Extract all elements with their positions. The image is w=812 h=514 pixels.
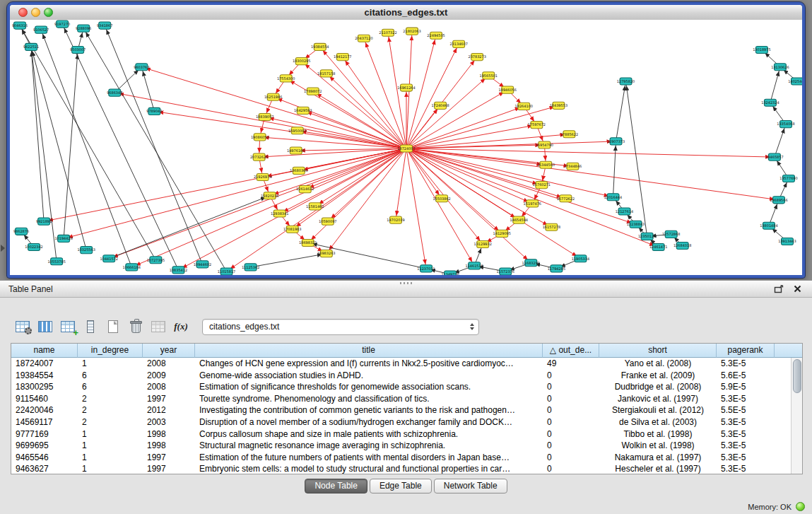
network-node[interactable]: 10553785 bbox=[47, 258, 65, 265]
row-height-icon-button[interactable] bbox=[79, 317, 102, 337]
network-node[interactable]: 11349726 bbox=[441, 271, 459, 275]
network-node[interactable]: 17554300 bbox=[277, 75, 295, 82]
network-node[interactable]: 19384554 bbox=[311, 43, 329, 50]
tab-network-table[interactable]: Network Table bbox=[434, 479, 507, 493]
network-node[interactable]: 9862876 bbox=[13, 228, 29, 235]
network-edge[interactable] bbox=[83, 28, 226, 271]
network-edge[interactable] bbox=[406, 141, 616, 148]
network-node[interactable]: 15760271 bbox=[533, 182, 551, 189]
network-node[interactable]: 11125362 bbox=[242, 264, 259, 271]
network-node[interactable]: 16251986 bbox=[264, 93, 282, 100]
network-node[interactable]: 16772622 bbox=[557, 195, 575, 202]
network-node[interactable]: 10590097 bbox=[319, 218, 336, 225]
network-edge[interactable] bbox=[31, 47, 57, 261]
network-edge[interactable] bbox=[364, 38, 406, 148]
network-node[interactable]: 10441572 bbox=[100, 255, 118, 262]
network-edge[interactable] bbox=[406, 76, 488, 148]
network-edge[interactable] bbox=[109, 148, 406, 259]
table-row[interactable]: 1872400712008Changes of HCN gene express… bbox=[11, 358, 802, 370]
network-edge[interactable] bbox=[313, 91, 406, 148]
network-edge[interactable] bbox=[260, 137, 406, 148]
network-edge[interactable] bbox=[328, 148, 406, 221]
network-node[interactable]: 9603763 bbox=[134, 64, 149, 71]
table-row[interactable]: 911546021997Tourette syndrome. Phenomeno… bbox=[11, 393, 802, 405]
float-panel-icon[interactable] bbox=[772, 284, 785, 295]
table-row[interactable]: 946362711997Embryonic stem cells: a mode… bbox=[11, 463, 802, 474]
network-edge[interactable] bbox=[406, 106, 524, 148]
network-node[interactable]: 19565501 bbox=[480, 72, 498, 79]
network-node[interactable]: 20437120 bbox=[355, 35, 372, 42]
network-edge[interactable] bbox=[343, 57, 406, 148]
table-options-icon-button[interactable] bbox=[11, 317, 34, 337]
network-edge[interactable] bbox=[64, 148, 406, 238]
network-node[interactable]: 18439553 bbox=[550, 102, 567, 109]
network-edge[interactable] bbox=[31, 47, 44, 221]
network-edge[interactable] bbox=[303, 110, 406, 148]
network-node[interactable]: 11794285 bbox=[548, 265, 565, 272]
column-header-year[interactable]: year bbox=[143, 344, 195, 358]
show-columns-icon-button[interactable] bbox=[34, 317, 57, 337]
merge-table-icon-button[interactable] bbox=[147, 317, 170, 337]
delete-table-icon-button[interactable] bbox=[124, 317, 147, 337]
network-edge[interactable] bbox=[406, 148, 565, 199]
network-node[interactable]: 12614612 bbox=[296, 186, 314, 193]
table-scrollbar-thumb[interactable] bbox=[793, 359, 801, 393]
network-node[interactable]: 13129932 bbox=[473, 240, 491, 247]
network-node[interactable]: 17597672 bbox=[528, 122, 546, 129]
network-node[interactable]: 9046316 bbox=[12, 22, 28, 29]
network-node[interactable]: 17240468 bbox=[431, 102, 449, 109]
network-node[interactable]: 9503007 bbox=[70, 46, 86, 53]
network-node[interactable]: 10835412 bbox=[170, 267, 187, 274]
network-node[interactable]: 17344846 bbox=[564, 163, 582, 170]
network-window[interactable]: citations_edges.txt 18724007193845541830… bbox=[7, 2, 805, 278]
network-node[interactable]: 15820236 bbox=[261, 192, 278, 199]
network-node[interactable]: 12350129 bbox=[638, 233, 656, 240]
network-edge[interactable] bbox=[406, 148, 775, 157]
panel-drag-handle[interactable] bbox=[400, 282, 413, 284]
network-node[interactable]: 13680366 bbox=[290, 167, 307, 174]
network-node[interactable]: 11461518 bbox=[465, 262, 483, 269]
network-edge[interactable] bbox=[775, 124, 786, 158]
network-edge[interactable] bbox=[109, 196, 269, 259]
network-node[interactable]: 19412177 bbox=[334, 54, 351, 61]
network-node[interactable]: 12572868 bbox=[662, 230, 680, 238]
network-edge[interactable] bbox=[406, 90, 507, 148]
network-node[interactable]: 18300295 bbox=[293, 58, 310, 65]
network-edge[interactable] bbox=[613, 141, 616, 197]
network-node[interactable]: 9341867 bbox=[97, 22, 112, 29]
network-edge[interactable] bbox=[141, 67, 154, 112]
network-node[interactable]: 9789043 bbox=[146, 107, 162, 115]
zoom-window-button[interactable] bbox=[44, 8, 53, 17]
network-node[interactable]: 12684318 bbox=[673, 242, 691, 249]
network-node[interactable]: 10022342 bbox=[25, 244, 42, 251]
network-node[interactable]: 15503862 bbox=[433, 195, 450, 202]
network-edge[interactable] bbox=[41, 30, 131, 267]
close-panel-icon[interactable] bbox=[791, 284, 804, 295]
network-node[interactable]: 17885622 bbox=[560, 131, 578, 138]
network-svg[interactable]: 1872400719384554183002951755430016251986… bbox=[10, 20, 802, 275]
network-node[interactable]: 21107322 bbox=[379, 29, 396, 36]
network-edge[interactable] bbox=[131, 148, 406, 267]
network-node[interactable]: 10727395 bbox=[147, 257, 165, 264]
network-node[interactable]: 12461471 bbox=[649, 244, 667, 251]
network-node[interactable]: 14702039 bbox=[387, 216, 404, 223]
network-node[interactable]: 11905334 bbox=[572, 255, 589, 262]
network-node[interactable]: 21802063 bbox=[403, 28, 420, 35]
table-row[interactable]: 969969511998Structural magnetic resonanc… bbox=[11, 440, 802, 452]
network-node[interactable]: 14129095 bbox=[493, 230, 511, 237]
network-node[interactable]: 17898072 bbox=[304, 88, 322, 95]
network-node[interactable]: 15197476 bbox=[524, 200, 541, 207]
network-view-canvas[interactable]: 1872400719384554183002951755430016251986… bbox=[10, 20, 802, 275]
network-edge[interactable] bbox=[44, 148, 406, 221]
network-node[interactable]: 13801484 bbox=[760, 222, 777, 229]
network-edge[interactable] bbox=[406, 148, 532, 204]
network-edge[interactable] bbox=[406, 148, 474, 266]
network-node[interactable]: 9288096 bbox=[76, 25, 91, 32]
network-edge[interactable] bbox=[141, 67, 406, 148]
table-select-dropdown[interactable]: citations_edges.txt bbox=[202, 319, 479, 335]
table-row[interactable]: 946554611997Estimation of the future num… bbox=[11, 452, 802, 464]
network-edge[interactable] bbox=[396, 148, 406, 220]
network-node[interactable]: 12795820 bbox=[617, 78, 635, 85]
network-node[interactable]: 12016444 bbox=[604, 194, 622, 201]
network-node[interactable]: 10944602 bbox=[194, 261, 211, 268]
